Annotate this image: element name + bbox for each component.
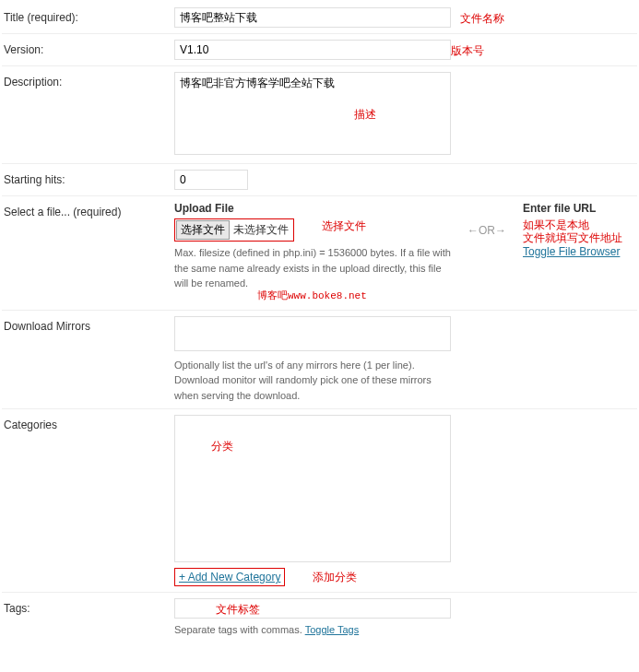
categories-row: Categories 分类 + Add New Category 添加分类 [2, 409, 637, 593]
description-label: Description: [4, 72, 174, 88]
hits-row: Starting hits: [2, 164, 637, 196]
toggle-file-browser-link[interactable]: Toggle File Browser [523, 245, 620, 258]
version-label: Version: [4, 40, 174, 56]
choose-file-button[interactable]: 选择文件 [176, 220, 230, 240]
tags-label: Tags: [4, 598, 174, 615]
mirrors-textarea[interactable] [174, 316, 451, 351]
description-annotation: 描述 [354, 107, 376, 123]
categories-annotation: 分类 [211, 439, 233, 454]
hits-label: Starting hits: [4, 170, 174, 186]
url-heading: Enter file URL [523, 202, 639, 215]
or-separator: ←OR→ [460, 202, 514, 237]
title-label: Title (required): [4, 7, 174, 24]
version-input[interactable] [174, 40, 451, 60]
upload-help: Max. filesize (defined in php.ini) = 153… [174, 245, 451, 304]
categories-box[interactable] [174, 415, 451, 562]
title-annotation: 文件名称 [460, 11, 504, 27]
file-label: Select a file... (required) [4, 202, 174, 218]
mirrors-label: Download Mirrors [4, 316, 174, 333]
title-input[interactable] [174, 7, 451, 28]
file-status: 未选择文件 [230, 222, 292, 238]
mirrors-row: Download Mirrors Optionally list the url… [2, 311, 637, 410]
watermark-text: 博客吧www.boke8.net [257, 289, 367, 304]
upload-heading: Upload File [174, 202, 451, 215]
add-category-annotation: 添加分类 [313, 570, 357, 585]
description-textarea[interactable]: 博客吧非官方博客学吧全站下载 [174, 72, 451, 155]
add-category-link[interactable]: + Add New Category [174, 568, 285, 586]
upload-section: Upload File 选择文件 未选择文件 选择文件 Max. filesiz… [174, 202, 451, 304]
categories-label: Categories [4, 415, 174, 431]
choose-file-annotation: 选择文件 [322, 218, 366, 234]
title-row: Title (required): 文件名称 [2, 2, 637, 34]
tags-row: Tags: 文件标签 Separate tags with commas. To… [2, 593, 637, 643]
url-annotation: 如果不是本地 文件就填写文件地址 [523, 218, 639, 245]
version-annotation: 版本号 [451, 43, 484, 59]
tags-annotation: 文件标签 [216, 602, 260, 618]
toggle-tags-link[interactable]: Toggle Tags [305, 624, 360, 635]
mirrors-help: Optionally list the url's of any mirrors… [174, 358, 451, 404]
hits-input[interactable] [174, 170, 248, 190]
file-row: Select a file... (required) Upload File … [2, 196, 637, 311]
version-row: Version: 版本号 [2, 34, 637, 66]
url-section: Enter file URL 如果不是本地 文件就填写文件地址 Toggle F… [523, 202, 639, 258]
description-row: Description: 博客吧非官方博客学吧全站下载 描述 [2, 66, 637, 164]
tags-help: Separate tags with commas. Toggle Tags [174, 622, 635, 638]
